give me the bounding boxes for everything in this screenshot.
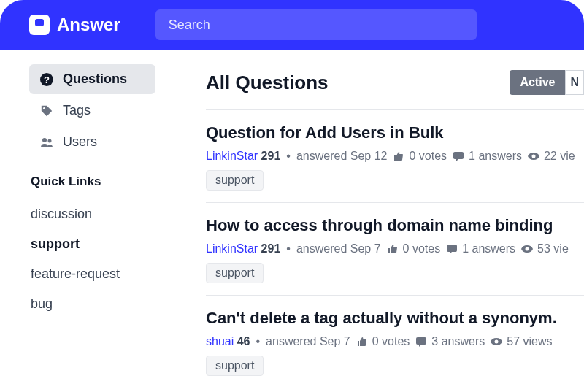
meta-separator: •: [286, 242, 291, 255]
question-meta: LinkinStar 291 • answered Sep 12 0 votes…: [206, 150, 584, 163]
answer-logo-icon: [29, 15, 50, 35]
question-title[interactable]: Question for Add Users in Bulk: [206, 123, 584, 142]
answers-stat: 1 answers: [446, 242, 515, 255]
question-action: answered Sep 7: [296, 242, 381, 255]
user-reputation: 46: [237, 335, 250, 347]
logo[interactable]: Answer: [29, 15, 120, 35]
meta-separator: •: [286, 150, 291, 163]
users-icon: [39, 135, 54, 150]
question-user[interactable]: LinkinStar: [206, 242, 258, 255]
nav-label: Users: [63, 134, 97, 150]
question-action: answered Sep 7: [266, 335, 350, 348]
nav-questions[interactable]: ? Questions: [29, 64, 155, 94]
svg-point-2: [43, 107, 45, 109]
answers-stat: 3 answers: [415, 335, 485, 348]
question-circle-icon: ?: [39, 72, 54, 87]
question-user[interactable]: shuai: [206, 335, 234, 347]
question-item: Question for Add Users in Bulk LinkinSta…: [206, 110, 584, 203]
meta-separator: •: [256, 335, 261, 348]
filter-active[interactable]: Active: [510, 70, 565, 95]
question-tag[interactable]: support: [206, 356, 264, 376]
question-tag[interactable]: support: [206, 263, 264, 283]
nav-users[interactable]: Users: [29, 127, 155, 157]
brand-name: Answer: [57, 15, 120, 35]
question-user[interactable]: LinkinStar: [206, 150, 258, 162]
quick-link-feature-request[interactable]: feature-request: [29, 259, 155, 289]
eye-icon: [491, 336, 502, 347]
svg-point-6: [531, 155, 535, 158]
question-meta: LinkinStar 291 • answered Sep 7 0 votes …: [206, 242, 584, 255]
svg-point-4: [48, 139, 52, 142]
chat-icon: [446, 243, 458, 255]
svg-point-10: [495, 340, 499, 344]
svg-point-8: [526, 247, 529, 251]
svg-rect-7: [447, 245, 457, 252]
views-stat: 57 views: [491, 335, 552, 348]
quick-link-bug[interactable]: bug: [29, 289, 155, 319]
chat-icon: [453, 150, 464, 162]
quick-link-support[interactable]: support: [29, 229, 155, 259]
question-meta: shuai 46 • answered Sep 7 0 votes 3 answ…: [206, 335, 584, 348]
page-title: All Questions: [206, 72, 328, 94]
thumbs-up-icon: [356, 336, 368, 347]
quick-link-discussion[interactable]: discussion: [29, 199, 155, 229]
answers-stat: 1 answers: [453, 150, 522, 163]
votes-stat: 0 votes: [356, 335, 410, 348]
question-item: How to access through domain name bindin…: [206, 203, 584, 296]
thumbs-up-icon: [387, 243, 399, 255]
filter-next[interactable]: N: [565, 70, 584, 95]
sidebar: ? Questions Tags Users Quick Links discu…: [0, 50, 185, 392]
svg-text:?: ?: [44, 74, 50, 85]
votes-stat: 0 votes: [387, 242, 441, 255]
views-stat: 22 vie: [528, 150, 575, 163]
question-title[interactable]: How to access through domain name bindin…: [206, 216, 584, 235]
question-item: Can't delete a tag actually without a sy…: [206, 296, 584, 388]
nav-label: Questions: [63, 72, 127, 87]
tag-icon: [39, 104, 54, 118]
filter-tabs: Active N: [510, 70, 584, 95]
votes-stat: 0 votes: [393, 150, 447, 163]
search-input[interactable]: [155, 9, 477, 40]
nav-tags[interactable]: Tags: [29, 96, 155, 126]
svg-point-3: [42, 138, 47, 142]
user-reputation: 291: [261, 242, 281, 255]
quick-links-heading: Quick Links: [29, 174, 155, 189]
question-action: answered Sep 12: [296, 150, 388, 163]
svg-rect-9: [416, 337, 426, 345]
nav-label: Tags: [63, 103, 91, 118]
app-header: Answer: [0, 0, 584, 50]
question-tag[interactable]: support: [206, 170, 264, 191]
question-list: Question for Add Users in Bulk LinkinSta…: [206, 109, 584, 388]
main-content: All Questions Active N Question for Add …: [185, 50, 584, 392]
eye-icon: [521, 243, 533, 255]
eye-icon: [528, 150, 539, 162]
views-stat: 53 vie: [521, 242, 569, 255]
chat-icon: [415, 336, 427, 347]
user-reputation: 291: [261, 150, 281, 162]
svg-rect-5: [453, 152, 464, 159]
thumbs-up-icon: [393, 150, 404, 162]
question-title[interactable]: Can't delete a tag actually without a sy…: [206, 309, 584, 328]
